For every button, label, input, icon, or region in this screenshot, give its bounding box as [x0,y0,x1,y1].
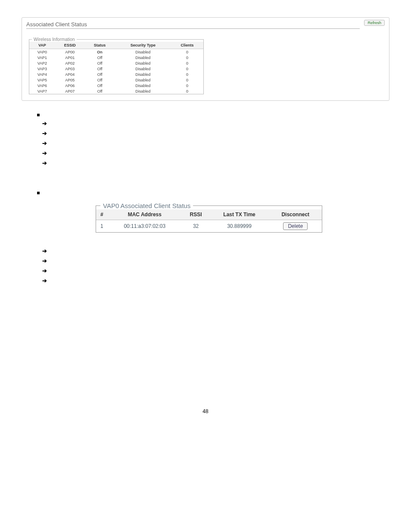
vap0-associated-client-status-fieldset: VAP0 Associated Client Status # MAC Addr… [96,202,322,233]
cell-essid: AP07 [55,88,85,94]
cell-vap: VAP1 [29,55,55,60]
arrow-right-icon: ➔ [42,258,389,264]
cell-status: Off [85,77,115,83]
cell-vap: VAP5 [29,77,55,83]
page-number: 48 [22,408,389,414]
table-row: 1 00:11:a3:07:02:03 32 30.889999 Delete [96,220,322,233]
cell-mac: 00:11:a3:07:02:03 [107,220,182,233]
cell-essid: AP02 [55,60,85,66]
cell-sectype: Disabled [115,88,171,94]
cell-vap: VAP3 [29,66,55,72]
arrow-right-icon: ➔ [42,268,389,274]
cell-essid: AP04 [55,72,85,77]
cell-sectype: Disabled [115,55,171,60]
table-row: VAP1AP01OffDisabled0 [29,55,203,60]
table-row: VAP2AP02OffDisabled0 [29,60,203,66]
cell-vap: VAP6 [29,83,55,88]
cell-clients: 0 [171,49,203,55]
col-lasttx: Last TX Time [210,209,269,220]
arrow-right-icon: ➔ [42,150,389,156]
col-vap: VAP [29,42,55,49]
col-clients: Clients [171,42,203,49]
cell-status: On [85,49,115,55]
cell-status: Off [85,55,115,60]
col-essid: ESSID [55,42,85,49]
cell-clients: 0 [171,77,203,83]
cell-essid: AP06 [55,83,85,88]
arrow-right-icon: ➔ [42,278,389,283]
col-status: Status [85,42,115,49]
cell-essid: AP01 [55,55,85,60]
col-disconnect: Disconnect [269,209,322,220]
table-row: VAP4AP04OffDisabled0 [29,72,203,77]
square-bullet-icon [37,114,40,116]
cell-essid: AP00 [55,49,85,55]
associated-client-status-panel: Associated Client Status Refresh Wireles… [22,17,389,101]
cell-num: 1 [96,220,107,233]
cell-clients: 0 [171,83,203,88]
col-num: # [96,209,107,220]
table-row: VAP6AP06OffDisabled0 [29,83,203,88]
cell-lasttx: 30.889999 [210,220,269,233]
square-bullet-icon [37,192,40,194]
cell-clients: 0 [171,72,203,77]
cell-status: Off [85,72,115,77]
cell-clients: 0 [171,66,203,72]
wireless-info-table: VAP ESSID Status Security Type Clients V… [29,42,203,94]
delete-button[interactable]: Delete [283,222,308,230]
arrow-right-icon: ➔ [42,248,389,254]
cell-disconnect: Delete [269,220,322,233]
arrow-right-icon: ➔ [42,121,389,126]
col-rssi: RSSI [182,209,210,220]
table-row: VAP5AP05OffDisabled0 [29,77,203,83]
cell-status: Off [85,66,115,72]
col-sectype: Security Type [115,42,171,49]
cell-sectype: Disabled [115,66,171,72]
cell-vap: VAP4 [29,72,55,77]
panel-title: Associated Client Status [26,21,360,29]
arrow-right-icon: ➔ [42,131,389,136]
wireless-information-fieldset: Wireless Information VAP ESSID Status Se… [29,37,204,94]
table-row: VAP7AP07OffDisabled0 [29,88,203,94]
cell-vap: VAP0 [29,49,55,55]
cell-essid: AP03 [55,66,85,72]
cell-rssi: 32 [182,220,210,233]
cell-clients: 0 [171,88,203,94]
arrow-list-2: ➔➔➔➔ [42,248,389,283]
cell-clients: 0 [171,60,203,66]
cell-sectype: Disabled [115,72,171,77]
col-mac: MAC Address [107,209,182,220]
cell-sectype: Disabled [115,77,171,83]
arrow-right-icon: ➔ [42,140,389,146]
fieldset-legend: Wireless Information [32,37,77,42]
cell-status: Off [85,88,115,94]
associated-client-table: # MAC Address RSSI Last TX Time Disconne… [96,209,322,232]
cell-sectype: Disabled [115,83,171,88]
cell-sectype: Disabled [115,60,171,66]
cell-status: Off [85,83,115,88]
arrow-list-1: ➔➔➔➔➔ [42,121,389,166]
refresh-button[interactable]: Refresh [364,20,385,26]
cell-status: Off [85,60,115,66]
cell-sectype: Disabled [115,49,171,55]
cell-clients: 0 [171,55,203,60]
fieldset-legend: VAP0 Associated Client Status [100,202,193,209]
arrow-right-icon: ➔ [42,160,389,166]
table-row: VAP0AP00OnDisabled0 [29,49,203,55]
cell-essid: AP05 [55,77,85,83]
table-row: VAP3AP03OffDisabled0 [29,66,203,72]
cell-vap: VAP2 [29,60,55,66]
cell-vap: VAP7 [29,88,55,94]
